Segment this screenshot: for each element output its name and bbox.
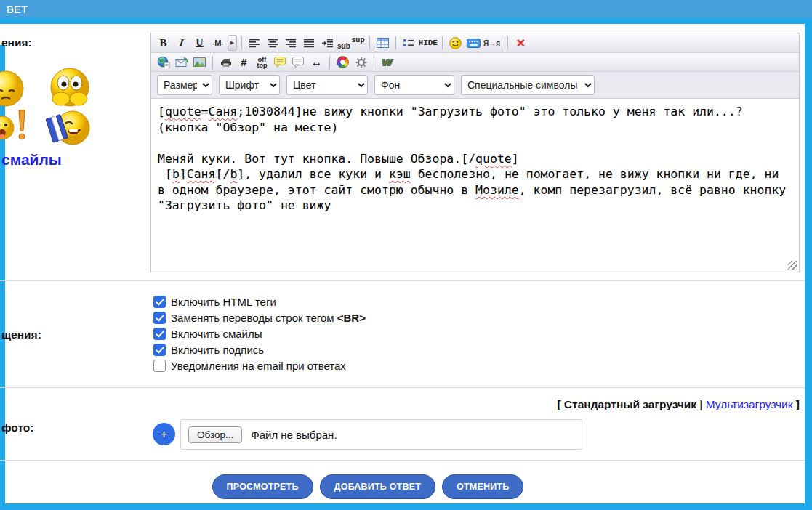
option-enable-html[interactable]: Включить HTML теги bbox=[153, 294, 276, 309]
toolbar-separator bbox=[395, 36, 396, 49]
smiley-sad-icon[interactable] bbox=[0, 70, 25, 108]
checkbox-email-notify[interactable] bbox=[153, 360, 166, 372]
multi-loader-link[interactable]: Мультизагрузчик bbox=[706, 398, 793, 410]
section-divider bbox=[0, 280, 805, 281]
option-label: Заменять переводы строк тегом <BR> bbox=[171, 312, 366, 324]
indent-button[interactable] bbox=[319, 35, 336, 51]
insert-email-button[interactable] bbox=[173, 54, 190, 70]
window-titlebar: ВЕТ bbox=[0, 0, 812, 18]
checkbox-enable-html[interactable] bbox=[153, 296, 166, 308]
form-actions: ПРОСМОТРЕТЬ ДОБАВИТЬ ОТВЕТ ОТМЕНИТЬ bbox=[0, 474, 812, 499]
align-right-button[interactable] bbox=[283, 35, 300, 51]
align-left-button[interactable] bbox=[246, 35, 263, 51]
option-label: Включить HTML теги bbox=[171, 296, 276, 308]
horizontal-rule-button[interactable]: ↔ bbox=[308, 54, 325, 70]
close-icon[interactable]: × bbox=[512, 35, 529, 51]
message-editor: B I U -M- ▶ sub sup HIDE Я→я × # bbox=[150, 33, 800, 272]
option-label: Включить подпись bbox=[171, 344, 264, 356]
anchor-hash-button[interactable]: # bbox=[236, 54, 252, 70]
paint-brush-button[interactable]: W bbox=[379, 54, 395, 70]
toolbar-separator bbox=[369, 36, 370, 49]
plus-icon: + bbox=[161, 427, 168, 442]
subscript-icon: sub bbox=[337, 42, 350, 50]
align-center-button[interactable] bbox=[265, 35, 281, 51]
add-reply-button[interactable]: ДОБАВИТЬ ОТВЕТ bbox=[320, 474, 435, 499]
browse-button[interactable]: Обзор... bbox=[188, 426, 242, 443]
colorwheel-button[interactable] bbox=[334, 54, 351, 70]
offtop-button[interactable]: off top bbox=[254, 54, 270, 70]
toolbar-separator bbox=[442, 36, 443, 49]
superscript-icon: sup bbox=[352, 36, 365, 44]
preview-button[interactable]: ПРОСМОТРЕТЬ bbox=[212, 474, 313, 499]
message-label: ения: bbox=[1, 36, 32, 49]
hide-tag-button[interactable]: HIDE bbox=[419, 35, 438, 51]
expand-toolbar-button[interactable]: ▶ bbox=[228, 35, 237, 51]
size-select[interactable]: Размер bbox=[157, 75, 212, 95]
page-title: ВЕТ bbox=[7, 3, 28, 15]
settings-gear-button[interactable] bbox=[353, 54, 369, 70]
list-button[interactable] bbox=[401, 35, 417, 51]
toolbar-separator bbox=[374, 56, 374, 69]
message-textarea[interactable]: [quote=Саня;1030844]не вижу кнопки "Загр… bbox=[151, 99, 799, 275]
smiley-exclaim-icon[interactable] bbox=[0, 109, 41, 144]
background-select[interactable]: Фон bbox=[374, 75, 454, 95]
insert-link-button[interactable] bbox=[155, 54, 172, 70]
colorwheel-icon bbox=[337, 56, 349, 68]
photo-label: фото: bbox=[1, 421, 33, 434]
bold-button[interactable]: B bbox=[155, 35, 172, 51]
frame-right bbox=[805, 18, 812, 510]
option-label: Уведомления на email при ответах bbox=[171, 360, 346, 372]
quote-alt-button[interactable] bbox=[290, 54, 307, 70]
color-select[interactable]: Цвет bbox=[286, 75, 368, 95]
toolbar-separator bbox=[329, 56, 330, 69]
toolbar-separator bbox=[241, 36, 242, 49]
loader-separator: | bbox=[696, 398, 706, 410]
cancel-button[interactable]: ОТМЕНИТЬ bbox=[442, 474, 523, 499]
align-justify-button[interactable] bbox=[301, 35, 318, 51]
no-file-text: Файл не выбран. bbox=[251, 429, 337, 441]
underline-button[interactable]: U bbox=[191, 35, 208, 51]
format-toolbar-row1: B I U -M- ▶ sub sup HIDE Я→я × bbox=[151, 33, 799, 53]
loader-switcher: [ Стандартный загрузчик | Мультизагрузчи… bbox=[557, 398, 800, 411]
option-enable-smileys[interactable]: Включить смайлы bbox=[153, 326, 262, 341]
file-input[interactable]: Обзор... Файл не выбран. bbox=[180, 419, 582, 450]
insert-toolbar-row2: # off top ↔ W bbox=[151, 53, 799, 72]
frame-bottom bbox=[0, 503, 812, 510]
section-divider bbox=[0, 387, 805, 388]
keyboard-button[interactable] bbox=[465, 35, 482, 51]
option-enable-signature[interactable]: Включить подпись bbox=[153, 342, 264, 357]
table-button[interactable] bbox=[374, 35, 391, 51]
frame-top bbox=[0, 18, 812, 24]
checkbox-enable-smileys[interactable] bbox=[153, 328, 166, 340]
translit-button[interactable]: Я→я bbox=[483, 35, 500, 51]
quote-button[interactable] bbox=[272, 54, 289, 70]
italic-button[interactable]: I bbox=[172, 35, 190, 51]
smiley-picker-button[interactable] bbox=[447, 35, 464, 51]
subscript-superscript-button[interactable]: sub sup bbox=[337, 35, 365, 51]
option-label: Включить смайлы bbox=[171, 328, 262, 340]
offtop-line2: top bbox=[257, 62, 268, 68]
smileys-link[interactable]: смайлы bbox=[1, 151, 62, 169]
resize-handle-icon[interactable] bbox=[788, 261, 797, 270]
smiley-scared-icon[interactable] bbox=[48, 67, 92, 112]
bracket-close: ] bbox=[793, 398, 800, 410]
options-label: щения: bbox=[1, 328, 41, 341]
section-divider bbox=[0, 460, 805, 461]
toolbar-separator bbox=[212, 56, 213, 69]
special-chars-select[interactable]: Специальные символы bbox=[461, 75, 595, 95]
add-file-button[interactable]: + bbox=[153, 423, 175, 445]
toolbar-separator bbox=[507, 36, 508, 49]
font-selects-row: Размер Шрифт Цвет Фон Специальные символ… bbox=[151, 72, 799, 99]
standard-loader-label: Стандартный загрузчик bbox=[564, 398, 696, 410]
bracket-open: [ bbox=[557, 398, 563, 410]
insert-image-button[interactable] bbox=[191, 54, 208, 70]
toolbar-separator bbox=[505, 36, 505, 49]
strike-button[interactable]: -M- bbox=[209, 35, 226, 51]
checkbox-br-tag[interactable] bbox=[153, 312, 166, 324]
checkbox-enable-signature[interactable] bbox=[153, 344, 166, 356]
option-br-tag[interactable]: Заменять переводы строк тегом <BR> bbox=[153, 310, 366, 325]
smiley-book-icon[interactable] bbox=[44, 106, 92, 150]
option-email-notify[interactable]: Уведомления на email при ответах bbox=[153, 358, 346, 373]
print-button[interactable] bbox=[217, 54, 234, 70]
font-select[interactable]: Шрифт bbox=[219, 75, 280, 95]
